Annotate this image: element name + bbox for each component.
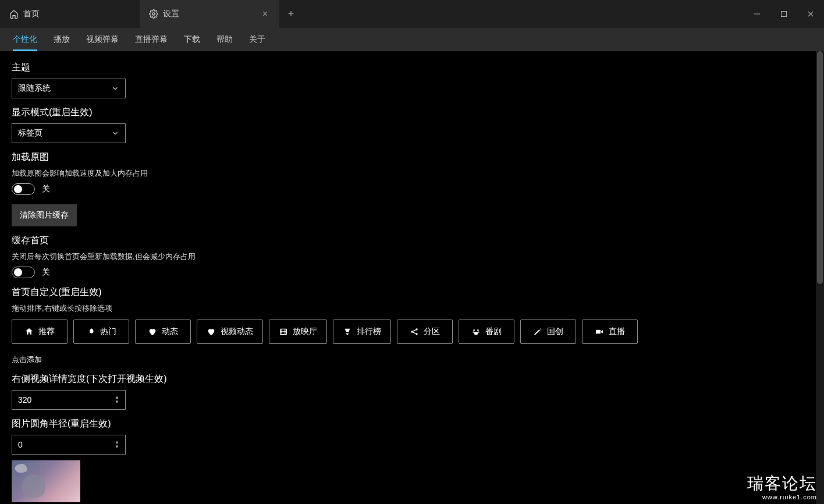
display-mode-title: 显示模式(重启生效) — [12, 107, 804, 119]
gear-icon — [149, 9, 158, 19]
subnav-video-danmaku[interactable]: 视频弹幕 — [78, 28, 127, 51]
right-width-title: 右侧视频详情宽度(下次打开视频生效) — [12, 373, 804, 385]
clear-image-cache-button[interactable]: 清除图片缓存 — [12, 204, 77, 226]
theme-select[interactable]: 跟随系统 — [12, 79, 126, 98]
scrollbar-track[interactable] — [816, 51, 824, 504]
right-width-input[interactable]: 320 ▲▼ — [12, 390, 126, 410]
load-original-title: 加载原图 — [12, 151, 804, 164]
theme-value: 跟随系统 — [18, 83, 51, 94]
cache-home-state: 关 — [42, 267, 50, 278]
subnav-live-danmaku[interactable]: 直播弹幕 — [127, 28, 176, 51]
svg-point-0 — [152, 13, 155, 15]
chip-video-dynamic[interactable]: 视频动态 — [197, 320, 263, 344]
home-custom-desc: 拖动排序,右键或长按移除选项 — [12, 303, 804, 314]
right-width-value: 320 — [18, 395, 31, 404]
chip-live[interactable]: 直播 — [582, 320, 638, 344]
chip-guochuang[interactable]: 国创 — [520, 320, 576, 344]
home-custom-chips: 推荐 热门 动态 视频动态 放映厅 排行榜 分区 番剧 — [12, 320, 804, 344]
subnav-playback[interactable]: 播放 — [45, 28, 78, 51]
svg-point-11 — [474, 332, 478, 335]
cache-home-desc: 关闭后每次切换首页会重新加载数据,但会减少内存占用 — [12, 251, 804, 262]
subnav-personalize[interactable]: 个性化 — [5, 28, 45, 51]
subnav-about[interactable]: 关于 — [241, 28, 274, 51]
svg-rect-2 — [782, 12, 787, 17]
corner-radius-title: 图片圆角半径(重启生效) — [12, 418, 804, 430]
stepper-arrows-icon[interactable]: ▲▼ — [115, 395, 119, 404]
tab-settings[interactable]: 设置 × — [140, 0, 279, 28]
svg-rect-12 — [596, 330, 601, 334]
tab-label: 设置 — [163, 9, 179, 19]
flame-icon — [86, 327, 95, 336]
cache-home-toggle[interactable] — [12, 267, 35, 278]
svg-point-9 — [473, 332, 474, 333]
home-custom-title: 首页自定义(重启生效) — [12, 286, 804, 299]
chevron-down-icon — [111, 84, 119, 93]
close-window-button[interactable] — [797, 0, 824, 28]
corner-radius-input[interactable]: 0 ▲▼ — [12, 435, 126, 455]
chip-cinema[interactable]: 放映厅 — [269, 320, 327, 344]
pen-icon — [533, 327, 542, 336]
chevron-down-icon — [111, 129, 119, 137]
titlebar: 首页 设置 × + — [0, 0, 824, 28]
scrollbar-thumb[interactable] — [817, 51, 823, 284]
paw-icon — [471, 327, 481, 336]
film-icon — [279, 327, 288, 336]
cache-home-title: 缓存首页 — [12, 235, 804, 247]
video-icon — [595, 327, 604, 336]
share-icon — [410, 327, 419, 336]
load-original-state: 关 — [42, 184, 50, 194]
maximize-button[interactable] — [770, 0, 797, 28]
home-icon — [24, 327, 34, 336]
display-mode-select[interactable]: 标签页 — [12, 123, 126, 143]
home-icon — [9, 9, 19, 19]
corner-preview-image — [12, 460, 80, 502]
settings-subnav: 个性化 播放 视频弹幕 直播弹幕 下载 帮助 关于 — [0, 28, 824, 51]
chip-bangumi[interactable]: 番剧 — [459, 320, 514, 344]
tab-label: 首页 — [23, 9, 40, 19]
settings-content: 主题 跟随系统 显示模式(重启生效) 标签页 加载原图 加载原图会影响加载速度及… — [0, 51, 816, 504]
add-chip-hint[interactable]: 点击添加 — [12, 354, 804, 365]
heart-icon — [207, 327, 216, 336]
heart-icon — [148, 327, 157, 336]
chip-recommend[interactable]: 推荐 — [12, 320, 68, 344]
tab-home[interactable]: 首页 — [0, 0, 140, 28]
trophy-icon — [343, 327, 352, 336]
minimize-button[interactable] — [744, 0, 770, 28]
load-original-desc: 加载原图会影响加载速度及加大内存占用 — [12, 168, 804, 179]
svg-rect-1 — [754, 14, 760, 15]
chip-ranking[interactable]: 排行榜 — [333, 320, 391, 344]
stepper-arrows-icon[interactable]: ▲▼ — [115, 440, 119, 449]
svg-point-10 — [478, 332, 480, 333]
close-icon[interactable]: × — [260, 9, 270, 19]
display-mode-value: 标签页 — [18, 128, 42, 139]
svg-point-7 — [473, 329, 475, 331]
chip-hot[interactable]: 热门 — [73, 320, 129, 344]
new-tab-button[interactable]: + — [279, 0, 303, 28]
svg-point-8 — [477, 329, 479, 331]
corner-radius-value: 0 — [18, 440, 23, 449]
load-original-toggle[interactable] — [12, 183, 35, 195]
chip-zone[interactable]: 分区 — [397, 320, 453, 344]
chip-dynamic[interactable]: 动态 — [135, 320, 191, 344]
theme-title: 主题 — [12, 62, 804, 74]
subnav-download[interactable]: 下载 — [176, 28, 208, 51]
window-controls — [744, 0, 824, 28]
subnav-help[interactable]: 帮助 — [208, 28, 241, 51]
